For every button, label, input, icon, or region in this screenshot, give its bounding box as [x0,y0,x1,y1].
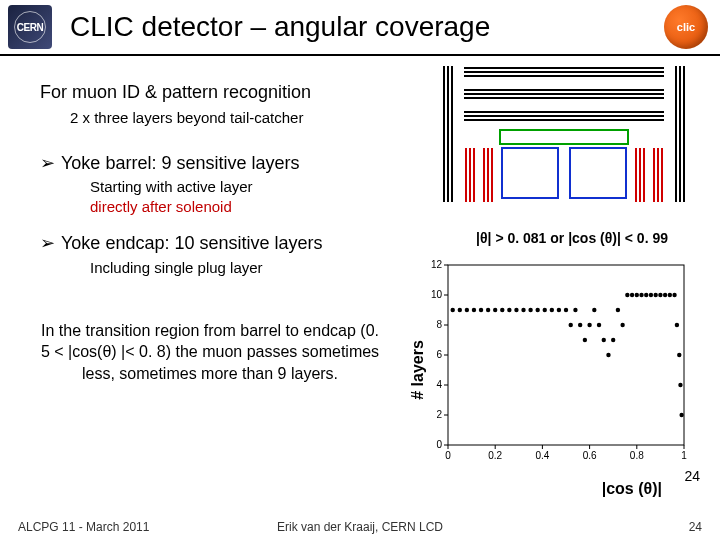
svg-point-58 [458,308,462,312]
svg-text:0: 0 [445,450,451,461]
svg-point-89 [639,293,643,297]
slide-footer: ALCPG 11 - March 2011 Erik van der Kraai… [0,514,720,540]
slide-content: For muon ID & pattern recognition 2 x th… [0,56,720,514]
clic-logo-text: clic [677,21,695,33]
svg-point-95 [668,293,672,297]
cern-logo-text: CERN [17,22,43,33]
svg-point-69 [535,308,539,312]
svg-text:2: 2 [436,409,442,420]
svg-rect-9 [500,130,628,144]
svg-rect-10 [502,148,558,198]
svg-point-57 [451,308,455,312]
svg-point-100 [679,413,683,417]
svg-point-87 [630,293,634,297]
svg-point-85 [620,323,624,327]
line-barrel: Yoke barrel: 9 sensitive layers [40,151,390,175]
svg-point-62 [486,308,490,312]
svg-point-74 [569,323,573,327]
svg-rect-30 [448,265,684,445]
transition-paragraph: In the transition region from barrel to … [40,320,380,385]
svg-point-78 [587,323,591,327]
svg-point-70 [543,308,547,312]
svg-point-77 [583,338,587,342]
svg-point-75 [573,308,577,312]
slide-number-inner: 24 [684,468,700,484]
line-endcap-sub: Including single plug layer [90,258,390,278]
svg-point-88 [635,293,639,297]
svg-point-61 [479,308,483,312]
svg-point-82 [606,353,610,357]
svg-point-60 [472,308,476,312]
svg-text:0.4: 0.4 [535,450,549,461]
svg-text:0.8: 0.8 [630,450,644,461]
svg-point-80 [597,323,601,327]
svg-text:1: 1 [681,450,687,461]
svg-point-59 [465,308,469,312]
svg-text:0.6: 0.6 [583,450,597,461]
svg-point-79 [592,308,596,312]
svg-point-83 [611,338,615,342]
svg-point-97 [675,323,679,327]
svg-text:0: 0 [436,439,442,450]
slide-title: CLIC detector – angular coverage [70,11,664,43]
svg-text:12: 12 [431,259,443,270]
chart-annotation: |θ| > 0. 081 or |cos (θ)| < 0. 99 [476,230,668,246]
line-barrel-sub1: Starting with active layer [90,177,390,197]
detector-diagram [434,62,694,212]
chart-plot-area: 00.20.40.60.81024681012 [420,254,690,470]
svg-text:0.2: 0.2 [488,450,502,461]
line-muon-sub: 2 x three layers beyond tail-catcher [70,108,390,128]
line-barrel-sub2: directly after solenoid [90,197,390,217]
svg-point-81 [602,338,606,342]
footer-left: ALCPG 11 - March 2011 [18,520,149,534]
svg-point-67 [521,308,525,312]
svg-point-73 [564,308,568,312]
svg-point-91 [649,293,653,297]
svg-point-68 [528,308,532,312]
svg-text:6: 6 [436,349,442,360]
svg-point-94 [663,293,667,297]
svg-point-66 [514,308,518,312]
line-endcap: Yoke endcap: 10 sensitive layers [40,231,390,255]
svg-text:10: 10 [431,289,443,300]
svg-point-84 [616,308,620,312]
line-muon-id: For muon ID & pattern recognition [40,80,390,104]
svg-point-90 [644,293,648,297]
svg-point-99 [678,383,682,387]
layers-chart: |θ| > 0. 081 or |cos (θ)| < 0. 99 # laye… [396,230,696,510]
cern-logo: CERN [8,5,52,49]
svg-point-63 [493,308,497,312]
svg-point-86 [625,293,629,297]
svg-point-92 [653,293,657,297]
svg-text:8: 8 [436,319,442,330]
svg-point-71 [550,308,554,312]
text-column: For muon ID & pattern recognition 2 x th… [40,80,390,385]
svg-point-72 [557,308,561,312]
svg-point-93 [658,293,662,297]
chart-svg: 00.20.40.60.81024681012 [420,254,690,470]
footer-page-number: 24 [689,520,702,534]
svg-point-65 [507,308,511,312]
slide-header: CERN CLIC detector – angular coverage cl… [0,0,720,56]
svg-point-98 [677,353,681,357]
svg-point-96 [672,293,676,297]
svg-point-64 [500,308,504,312]
svg-point-76 [578,323,582,327]
footer-center: Erik van der Kraaij, CERN LCD [277,520,443,534]
clic-logo: clic [664,5,708,49]
svg-rect-11 [570,148,626,198]
x-axis-label: |cos (θ)| [602,480,662,498]
svg-text:4: 4 [436,379,442,390]
